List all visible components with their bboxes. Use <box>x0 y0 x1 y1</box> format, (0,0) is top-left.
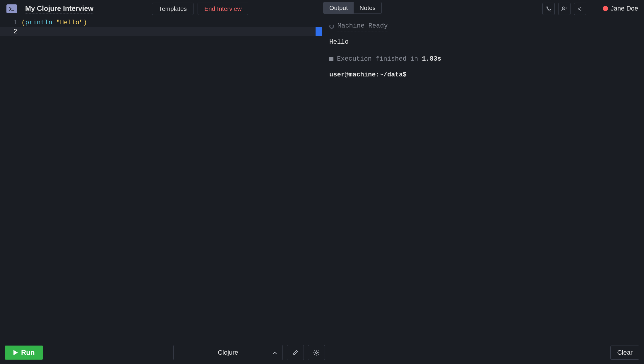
footer-bar: Run Clojure Clear <box>0 341 644 364</box>
execution-finished-line: Execution finished in 1.83s <box>329 54 637 65</box>
app-logo[interactable] <box>6 4 17 13</box>
interview-title[interactable]: My Clojure Interview <box>25 4 93 13</box>
end-interview-button[interactable]: End Interview <box>198 3 248 15</box>
output-panel: Machine Ready Hello Execution finished i… <box>322 18 644 341</box>
main-split: 1 (println "Hello") 2 Machine Ready Hell… <box>0 18 644 341</box>
tab-output[interactable]: Output <box>323 2 354 13</box>
machine-status-line: Machine Ready <box>329 20 637 32</box>
announce-button[interactable] <box>574 3 586 15</box>
header-center-buttons: Templates End Interview <box>152 3 248 15</box>
run-button-label: Run <box>21 348 35 357</box>
edit-button[interactable] <box>287 345 304 360</box>
stdout-text: Hello <box>329 37 637 48</box>
code-editor[interactable]: 1 (println "Hello") 2 <box>0 18 322 341</box>
svg-point-4 <box>316 352 317 353</box>
shell-prompt[interactable]: user@machine:~/data$ <box>329 69 637 81</box>
spinner-icon <box>329 24 334 29</box>
editor-line: 2 <box>0 27 322 36</box>
invite-button[interactable] <box>558 3 571 15</box>
language-select-value: Clojure <box>218 349 238 356</box>
cursor-line-marker <box>316 27 322 36</box>
settings-button[interactable] <box>308 345 325 360</box>
exec-finished-label: Execution finished in <box>337 55 422 63</box>
run-button[interactable]: Run <box>5 346 43 360</box>
svg-point-1 <box>562 7 564 9</box>
exec-time-value: 1.83s <box>422 55 441 63</box>
editor-line: 1 (println "Hello") <box>0 18 322 27</box>
megaphone-icon <box>577 6 583 12</box>
output-notes-tabs: Output Notes <box>323 2 382 14</box>
phone-icon <box>546 6 551 12</box>
code-content <box>21 27 322 36</box>
header-right-group: Jane Doe <box>542 3 638 15</box>
call-button[interactable] <box>542 3 555 15</box>
stop-icon <box>329 57 333 61</box>
language-select[interactable]: Clojure <box>173 345 283 360</box>
play-icon <box>13 350 18 356</box>
caret-up-icon <box>273 349 277 356</box>
presence-dot-icon <box>603 6 608 11</box>
header-bar: My Clojure Interview Templates End Inter… <box>0 0 644 18</box>
add-user-icon <box>561 6 568 12</box>
gear-icon <box>313 349 320 356</box>
pencil-icon <box>292 349 299 356</box>
machine-status-text: Machine Ready <box>338 20 388 32</box>
code-content: (println "Hello") <box>21 18 322 27</box>
clear-button[interactable]: Clear <box>610 346 639 360</box>
user-name-label: Jane Doe <box>611 5 638 12</box>
templates-button[interactable]: Templates <box>152 3 193 15</box>
terminal-icon <box>9 6 15 11</box>
header-left-group: My Clojure Interview <box>6 4 93 13</box>
user-presence[interactable]: Jane Doe <box>603 5 638 13</box>
line-number: 2 <box>0 27 21 36</box>
footer-editor-controls: Run Clojure <box>5 345 325 360</box>
line-number: 1 <box>0 18 21 27</box>
tab-notes[interactable]: Notes <box>354 2 381 13</box>
